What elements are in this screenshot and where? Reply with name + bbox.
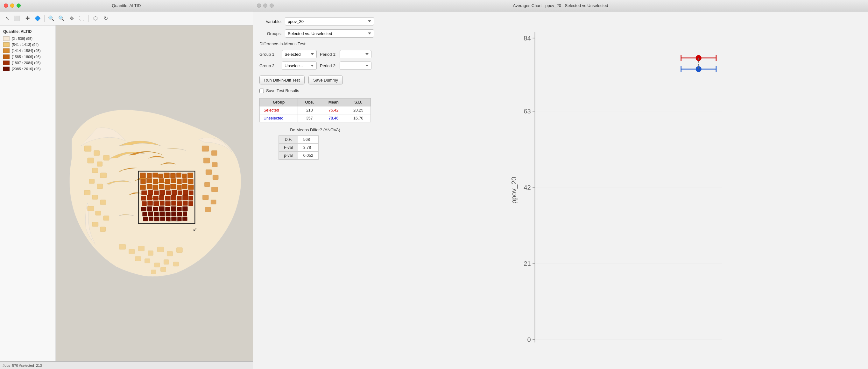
refresh-tool[interactable]: ↻	[101, 14, 110, 23]
svg-rect-19	[147, 184, 152, 189]
svg-rect-20	[153, 185, 158, 190]
svg-rect-50	[171, 201, 176, 205]
svg-rect-46	[148, 201, 153, 205]
region-select-tool[interactable]: ⬡	[91, 14, 100, 23]
svg-rect-101	[213, 175, 218, 180]
save-results-row: Save Test Results	[259, 88, 374, 93]
pan-tool[interactable]: ✥	[67, 14, 76, 23]
svg-rect-4	[164, 173, 169, 178]
svg-rect-119	[151, 270, 156, 274]
svg-rect-103	[211, 187, 218, 192]
y-tick-42: 42	[524, 184, 531, 191]
legend-color-0	[3, 36, 9, 41]
svg-rect-44	[188, 196, 193, 200]
legend-label-5: [2085 : 2616] (95)	[12, 67, 41, 71]
svg-rect-74	[166, 217, 170, 221]
svg-rect-0	[140, 173, 146, 178]
anova-row-df: D.F. 568	[279, 136, 319, 144]
svg-rect-49	[165, 201, 170, 206]
legend-color-3	[3, 55, 9, 59]
svg-rect-102	[204, 182, 210, 187]
svg-rect-7	[182, 174, 187, 178]
layer-tool[interactable]: 🔷	[33, 14, 42, 23]
map-toolbar: ↖ ⬜ ✚ 🔷 🔍 🔍 ✥ ⛶ ⬡ ↻	[0, 11, 253, 26]
svg-rect-113	[176, 248, 182, 253]
svg-rect-25	[182, 184, 187, 189]
svg-rect-59	[171, 206, 176, 211]
chart-maximize-button[interactable]	[270, 3, 274, 8]
svg-rect-108	[129, 249, 135, 254]
svg-rect-8	[187, 173, 193, 178]
map-window-title: Quantile: ALTID	[112, 3, 141, 8]
svg-rect-106	[205, 207, 211, 212]
anova-label-fval: F-val	[279, 144, 298, 152]
select-box-tool[interactable]: ⬜	[13, 14, 22, 23]
save-results-checkbox[interactable]	[259, 89, 264, 93]
svg-rect-111	[157, 247, 164, 252]
group1-select[interactable]: Selected	[282, 50, 317, 58]
anova-row-pval: p-val 0.052	[279, 152, 319, 160]
maximize-button[interactable]	[17, 3, 21, 8]
group2-select[interactable]: Unselec...	[282, 61, 317, 70]
svg-rect-10	[147, 178, 152, 183]
variable-select[interactable]: ppov_20	[285, 17, 374, 26]
save-results-label: Save Test Results	[266, 88, 299, 93]
svg-rect-48	[160, 201, 164, 205]
selected-sd: 20.25	[346, 107, 371, 114]
minimize-button[interactable]	[10, 3, 14, 8]
legend-title: Quantile: ALTID	[3, 29, 52, 34]
svg-rect-72	[154, 217, 159, 221]
legend-item-4: [1807 : 2084] (95)	[3, 60, 52, 65]
status-text: #obs=570 #selected=213	[3, 364, 42, 367]
period1-select[interactable]	[340, 50, 371, 58]
groups-select[interactable]: Selected vs. Unselected	[285, 29, 374, 37]
svg-rect-33	[178, 191, 182, 195]
svg-rect-57	[159, 206, 164, 211]
add-tool[interactable]: ✚	[23, 14, 32, 23]
svg-rect-62	[143, 212, 147, 216]
selected-obs: 213	[298, 107, 321, 114]
legend-label-4: [1807 : 2084] (95)	[12, 61, 41, 65]
svg-rect-112	[167, 251, 173, 256]
svg-rect-107	[119, 245, 126, 250]
svg-rect-65	[159, 211, 164, 216]
y-tick-84: 84	[524, 35, 531, 42]
unselected-mean: 78.46	[321, 114, 346, 122]
svg-rect-9	[141, 179, 146, 184]
map-svg[interactable]: ↙	[56, 26, 253, 361]
legend-color-1	[3, 42, 9, 47]
svg-rect-23	[170, 184, 176, 189]
group1-row: Group 1: Selected Period 1:	[259, 50, 374, 58]
map-canvas[interactable]: ↙	[56, 26, 253, 361]
buttons-row: Run Diff-in-Diff Test Save Dummy	[259, 76, 374, 84]
svg-rect-39	[159, 195, 164, 200]
save-dummy-button[interactable]: Save Dummy	[308, 76, 343, 84]
svg-rect-93	[103, 216, 109, 221]
svg-rect-58	[165, 207, 170, 211]
svg-rect-30	[159, 190, 165, 195]
groups-label: Groups:	[259, 31, 282, 36]
svg-rect-104	[203, 195, 209, 200]
svg-rect-64	[154, 212, 159, 216]
svg-rect-60	[177, 207, 181, 211]
controls-panel: Variable: ppov_20 Groups: Selected vs. U…	[253, 11, 380, 369]
svg-rect-15	[177, 179, 181, 184]
anova-section: Do Means Differ? (ANOVA) D.F. 568 F-val …	[259, 127, 374, 160]
svg-rect-77	[182, 217, 187, 221]
unselected-obs: 357	[298, 114, 321, 122]
chart-minimize-button[interactable]	[263, 3, 267, 8]
fullscreen-tool[interactable]: ⛶	[78, 14, 86, 23]
y-tick-0: 0	[527, 336, 531, 343]
svg-rect-80	[94, 150, 100, 155]
svg-rect-99	[212, 162, 217, 167]
run-diff-button[interactable]: Run Diff-in-Diff Test	[259, 76, 305, 84]
period2-select[interactable]	[340, 61, 371, 70]
zoom-in-tool[interactable]: 🔍	[47, 14, 56, 23]
chart-close-button[interactable]	[257, 3, 261, 8]
close-button[interactable]	[4, 3, 8, 8]
pointer-tool[interactable]: ↖	[3, 14, 11, 23]
zoom-out-tool[interactable]: 🔍	[57, 14, 66, 23]
anova-row-fval: F-val 3.78	[279, 144, 319, 152]
svg-rect-75	[171, 217, 176, 221]
traffic-lights	[4, 3, 21, 8]
